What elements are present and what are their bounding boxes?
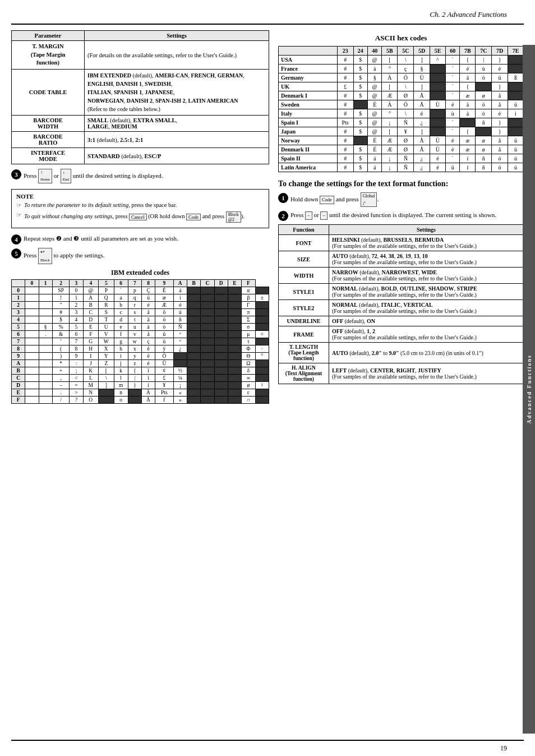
func-name: FRAME [279, 326, 329, 343]
function-settings-table: Function Settings FONT HELSINKI (default… [278, 224, 524, 384]
ibm-row-9: 9 [12, 353, 25, 360]
ibm-col-7: 7 [128, 280, 141, 287]
ascii-col-7C: 7C [476, 47, 492, 56]
table-row: INTERFACEMODE STANDARD (default), ESC/P [12, 148, 269, 164]
ascii-col-60: 60 [445, 47, 459, 56]
ibm-col-A: A [173, 280, 187, 287]
ascii-col-24: 24 [353, 47, 367, 56]
ibm-col-4: 4 [83, 280, 98, 287]
ascii-col-5C: 5C [398, 47, 414, 56]
table-row: 7 '7GW gwçù º■■ ■■τ■ [12, 338, 269, 345]
table-row: F /?O■ o■Åf »■■ ■■∩■ [12, 397, 269, 404]
table-row: France #$à °ç§ ■` éùè■ [279, 64, 524, 73]
table-row: UK £$@ [\] ■` {■}■ [279, 82, 524, 91]
ibm-row-0: 0 [12, 287, 25, 294]
table-row: 9 )9IY iyëÖ ■■■ ■■Θ° [12, 353, 269, 360]
step-number-4: 4 [11, 234, 21, 245]
settings-cell: IBM EXTENDED (default), AMERI-CAN, FRENC… [85, 70, 269, 116]
ascii-col-7B: 7B [460, 47, 476, 56]
note-icon: ☞ [16, 202, 22, 209]
note-text-2: To quit without changing any settings, p… [24, 211, 245, 223]
ibm-col-B: B [187, 280, 201, 287]
ascii-col-23: 23 [337, 47, 353, 56]
table-row: H. ALIGN(Text Alignment function) LEFT (… [279, 363, 524, 384]
left-column: Parameter Settings T. MARGIN(Tape Margin… [11, 30, 269, 734]
ibm-col-E: E [228, 280, 241, 287]
step-5-content: Press ↩Block to apply the settings. [24, 248, 269, 264]
table-row: Norway #■É ÆØÅ Üé æøåü [279, 136, 524, 145]
table-row: Denmark II #$É ÆØÅ Üé æøåü [279, 145, 524, 154]
ibm-table: 0 1 2 3 4 5 6 7 8 9 A B C D E [11, 279, 269, 404]
step-3-content: Press ↑Home or ↓End until the desired se… [24, 169, 269, 183]
ibm-row-F: F [12, 397, 25, 404]
note-icon-2: ☞ [16, 211, 22, 218]
note-item-1: ☞ To return the parameter to its default… [16, 202, 264, 209]
ibm-col-0: 0 [25, 280, 39, 287]
table-row: Spain I Pts$@ ¡Ñ¿ ■` ■ñ}■ [279, 118, 524, 127]
ibm-col-8: 8 [141, 280, 155, 287]
parameter-table: Parameter Settings T. MARGIN(Tape Margin… [11, 30, 269, 164]
ascii-col-5E: 5E [430, 47, 445, 56]
ibm-col-3: 3 [70, 280, 83, 287]
note-title: NOTE [16, 193, 264, 200]
ascii-col-7E: 7E [508, 47, 523, 56]
ibm-col-9: 9 [155, 280, 173, 287]
table-row: 2 "2BR bréÆ ó■■ ■■Γ■ [12, 302, 269, 309]
func-name: STYLE1 [279, 284, 329, 300]
ibm-col-D: D [214, 280, 228, 287]
up-key: − [305, 211, 312, 220]
right-column: ASCII hex codes 23 24 40 5B 5C 5D 5E 60 … [278, 30, 524, 734]
page-number: 19 [500, 744, 507, 753]
ibm-row-8: 8 [12, 345, 25, 353]
func-name: T. LENGTH(Tape Length function) [279, 343, 329, 363]
global-key: Global¡¹ [361, 192, 377, 207]
table-row: WIDTH NARROW (default), NARROWEST, WIDE … [279, 268, 524, 284]
settings-header: Settings [85, 31, 269, 41]
step-1-right: 1 Hold down Code and press Global¡¹. [278, 192, 524, 207]
table-row: CODE TABLE IBM EXTENDED (default), AMERI… [12, 70, 269, 116]
note-box: NOTE ☞ To return the parameter to its de… [11, 189, 269, 228]
table-row: Italy #$@ °\é ■ù àòèì [279, 109, 524, 118]
table-row: Sweden #■É ÄÖÅ Üé äöåü [279, 100, 524, 109]
step-4: 4 Repeat steps ❷ and ❸ until all paramet… [11, 234, 269, 245]
ibm-col-1: 1 [39, 280, 52, 287]
page-footer: 19 [11, 740, 524, 756]
table-row: B +;K[ k{ï¢ ½■■ ■■δ■ [12, 367, 269, 375]
func-name: FONT [279, 235, 329, 251]
func-settings: NARROW (default), NARROWEST, WIDE (For s… [329, 268, 524, 284]
table-row: UNDERLINE OFF (default), ON [279, 316, 524, 326]
param-cell: CODE TABLE [12, 70, 85, 116]
block-key: Block@2 [226, 211, 241, 223]
ibm-col-F: F [242, 280, 255, 287]
chapter-title: Ch. 2 Advanced Functions [430, 10, 507, 19]
ibm-row-D: D [12, 382, 25, 389]
ibm-title: IBM extended codes [11, 269, 269, 277]
func-header: Function [279, 225, 329, 235]
home-key: ↑Home [38, 169, 52, 183]
table-row: T. LENGTH(Tape Length function) AUTO (de… [279, 343, 524, 363]
ibm-row-C: C [12, 375, 25, 382]
func-settings: OFF (default), 1, 2 (For samples of the … [329, 326, 524, 343]
ibm-col-5: 5 [98, 280, 114, 287]
func-name: WIDTH [279, 268, 329, 284]
step-5: 5 Press ↩Block to apply the settings. [11, 248, 269, 264]
ibm-row-3: 3 [12, 309, 25, 316]
table-row: Denmark I #$@ ÆØÅ ■` æøå■ [279, 91, 524, 100]
table-row: FRAME OFF (default), 1, 2 (For samples o… [279, 326, 524, 343]
step-number-5: 5 [11, 248, 21, 259]
table-row: USA #$@ [\] ^` {|}■ [279, 56, 524, 64]
table-row: SIZE AUTO (default), 72, 44, 38, 26, 19,… [279, 251, 524, 268]
note-item-2: ☞ To quit without changing any settings,… [16, 211, 264, 223]
func-settings-header: Settings [329, 225, 524, 235]
ascii-col-7D: 7D [492, 47, 508, 56]
code-key: Code [320, 196, 334, 204]
settings-cell: SMALL (default), EXTRA SMALL,LARGE, MEDI… [85, 116, 269, 132]
ascii-table: 23 24 40 5B 5C 5D 5E 60 7B 7C 7D 7E [278, 46, 524, 172]
apply-key: ↩Block [38, 248, 52, 264]
ibm-row-6: 6 [12, 331, 25, 338]
page-header: Ch. 2 Advanced Functions [11, 0, 524, 25]
func-name: H. ALIGN(Text Alignment function) [279, 363, 329, 384]
settings-cell: (For details on the available settings, … [85, 41, 269, 70]
change-settings-title: To change the settings for the text form… [278, 179, 524, 189]
func-settings: LEFT (default), CENTER, RIGHT, JUSTIFY (… [329, 363, 524, 384]
